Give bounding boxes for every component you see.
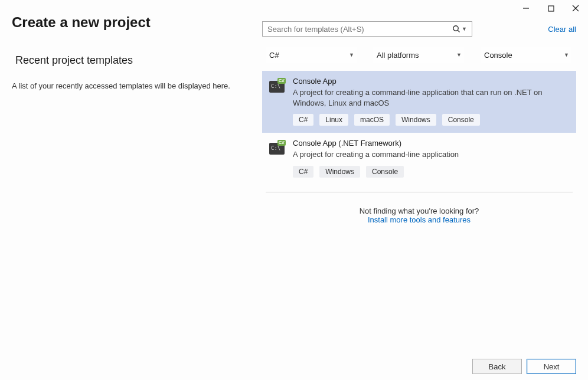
language-filter-dropdown[interactable]: C# ▼: [266, 47, 357, 63]
recent-templates-heading: Recent project templates: [15, 54, 248, 67]
chevron-down-icon: ▼: [456, 52, 462, 58]
template-card-console-app-netfx[interactable]: C:\C# Console App (.NET Framework) A pro…: [262, 133, 576, 185]
template-description: A project for creating a command-line ap…: [293, 87, 569, 108]
chevron-down-icon: ▼: [462, 26, 467, 32]
search-row: ▼ Clear all: [262, 21, 576, 37]
language-filter-value: C#: [269, 51, 279, 60]
search-box[interactable]: ▼: [262, 21, 472, 37]
tag: Linux: [319, 114, 348, 126]
tag: C#: [293, 114, 313, 126]
back-button[interactable]: Back: [472, 359, 522, 374]
maximize-button[interactable]: [538, 0, 563, 17]
tag: Console: [366, 166, 404, 178]
right-pane: ▼ Clear all C# ▼ All platforms ▼ Console…: [262, 21, 576, 224]
svg-point-4: [453, 26, 458, 31]
window-controls: [514, 0, 588, 17]
tag: macOS: [354, 114, 390, 126]
template-card-console-app[interactable]: C:\C# Console App A project for creating…: [262, 71, 576, 133]
search-input[interactable]: [267, 25, 452, 34]
left-pane: Create a new project Recent project temp…: [12, 14, 248, 91]
tag: Windows: [319, 166, 360, 178]
not-finding-block: Not finding what you're looking for? Ins…: [262, 207, 576, 224]
install-tools-link[interactable]: Install more tools and features: [262, 215, 576, 224]
console-app-icon: C:\C#: [269, 78, 285, 93]
project-type-filter-dropdown[interactable]: Console ▼: [481, 47, 571, 63]
platform-filter-value: All platforms: [377, 51, 419, 60]
chevron-down-icon: ▼: [564, 52, 569, 58]
chevron-down-icon: ▼: [349, 52, 354, 58]
tag: C#: [293, 166, 313, 178]
close-button[interactable]: [563, 0, 588, 17]
template-tags: C# Linux macOS Windows Console: [293, 114, 569, 126]
template-title: Console App (.NET Framework): [293, 139, 569, 148]
maximize-icon: [548, 5, 554, 12]
next-button[interactable]: Next: [527, 359, 576, 374]
clear-all-link[interactable]: Clear all: [548, 25, 576, 34]
template-description: A project for creating a command-line ap…: [293, 149, 569, 160]
platform-filter-dropdown[interactable]: All platforms ▼: [373, 47, 464, 63]
page-title: Create a new project: [12, 14, 248, 31]
svg-line-5: [458, 30, 459, 32]
template-tags: C# Windows Console: [293, 166, 569, 178]
svg-rect-1: [548, 6, 554, 11]
minimize-icon: [522, 5, 530, 12]
tag: Windows: [396, 114, 436, 126]
console-app-icon: C:\C#: [269, 140, 285, 155]
recent-templates-empty-text: A list of your recently accessed templat…: [12, 81, 248, 91]
divider: [266, 192, 573, 192]
minimize-button[interactable]: [514, 0, 538, 17]
footer: Back Next: [472, 359, 576, 374]
filters-row: C# ▼ All platforms ▼ Console ▼: [262, 47, 576, 63]
search-icon[interactable]: ▼: [452, 25, 467, 33]
not-finding-text: Not finding what you're looking for?: [262, 207, 576, 215]
template-title: Console App: [293, 77, 569, 86]
project-type-filter-value: Console: [484, 51, 512, 60]
close-icon: [572, 5, 579, 12]
tag: Console: [442, 114, 480, 126]
